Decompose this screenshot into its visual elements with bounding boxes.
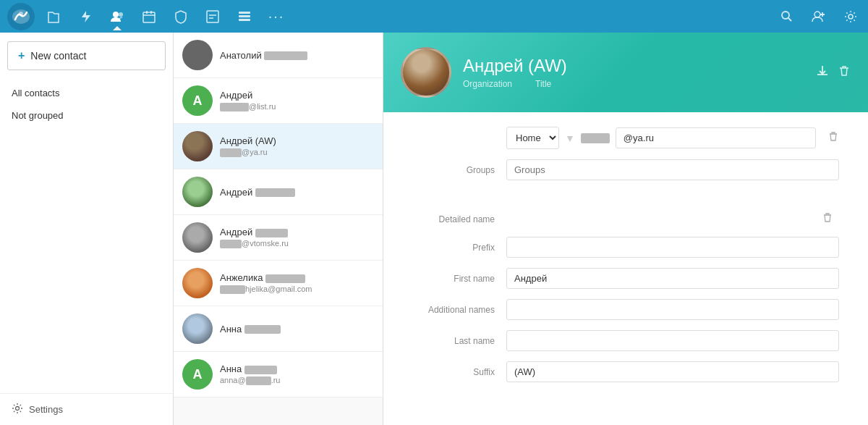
settings-label: Settings xyxy=(29,404,63,415)
contact-list-item[interactable]: Андрей xyxy=(174,169,383,215)
settings-icon[interactable] xyxy=(841,7,861,27)
last-name-input[interactable] xyxy=(506,330,839,351)
contact-info: Анна xyxy=(220,324,374,334)
contact-email: anna@.ru xyxy=(220,376,374,385)
svg-rect-6 xyxy=(239,12,250,14)
contact-name: Андрей (AW) xyxy=(220,135,374,146)
edit-icon[interactable] xyxy=(203,7,223,27)
contact-list-item[interactable]: Анатолий xyxy=(174,33,383,78)
more-icon[interactable]: ··· xyxy=(266,7,286,27)
first-name-label: First name xyxy=(412,274,506,284)
detail-form: Home Work Other ▼ Groups xyxy=(383,112,868,407)
contact-email: @vtomske.ru xyxy=(220,239,374,248)
svg-rect-4 xyxy=(143,12,155,22)
suffix-row: Suffix xyxy=(412,361,839,382)
additional-names-label: Additional names xyxy=(412,305,506,315)
search-icon[interactable] xyxy=(777,7,797,27)
delete-email-button[interactable] xyxy=(827,131,839,146)
contact-avatar: А xyxy=(182,359,213,390)
delete-detailed-name-button[interactable] xyxy=(822,212,833,227)
detail-avatar xyxy=(401,47,451,98)
redacted-name xyxy=(244,325,281,334)
email-input-group: Home Work Other ▼ xyxy=(506,127,839,149)
contact-avatar xyxy=(182,222,213,253)
redacted-email xyxy=(220,103,249,111)
contact-info: Андрей @vtomske.ru xyxy=(220,227,374,248)
contact-info: Анна anna@.ru xyxy=(220,363,374,385)
groups-label: Groups xyxy=(412,165,506,175)
svg-point-11 xyxy=(848,14,853,19)
detail-header-info: Андрей (AW) Organization Title xyxy=(463,56,804,89)
svg-point-10 xyxy=(814,12,820,17)
sidebar-item-not-grouped[interactable]: Not grouped xyxy=(0,104,173,127)
settings-footer-item[interactable]: Settings xyxy=(0,393,173,425)
detail-title-label: Title xyxy=(535,79,551,89)
contact-email: @ya.ru xyxy=(220,148,374,157)
dropdown-arrow-icon: ▼ xyxy=(565,132,575,144)
groups-input[interactable] xyxy=(506,159,839,180)
contact-list-item[interactable]: Анжелика hjelika@gmail.com xyxy=(174,261,383,306)
contact-list-item[interactable]: Анна xyxy=(174,306,383,352)
contacts-icon[interactable] xyxy=(107,7,127,27)
new-contact-label: New contact xyxy=(30,50,86,62)
svg-point-3 xyxy=(119,12,123,17)
additional-names-row: Additional names xyxy=(412,299,839,320)
calendar-icon[interactable] xyxy=(139,7,159,27)
last-name-label: Last name xyxy=(412,336,506,346)
contact-avatar xyxy=(182,177,213,207)
prefix-input[interactable] xyxy=(506,237,839,258)
contact-list: Анатолий А Андрей @list.ru Андрей (AW) @… xyxy=(174,33,383,425)
contact-list-item[interactable]: А Анна anna@.ru xyxy=(174,352,383,397)
redacted-name xyxy=(255,188,295,197)
delete-contact-icon[interactable] xyxy=(838,64,851,80)
detailed-name-section-label: Detailed name xyxy=(412,214,506,224)
detail-contact-name: Андрей (AW) xyxy=(463,56,804,76)
detail-header: Андрей (AW) Organization Title xyxy=(383,33,868,112)
spacer xyxy=(412,190,839,212)
detail-panel: Андрей (AW) Organization Title xyxy=(383,33,868,425)
email-input[interactable] xyxy=(616,127,816,148)
redacted-name xyxy=(255,229,288,237)
redacted-email xyxy=(220,148,242,157)
shield-icon[interactable] xyxy=(171,7,191,27)
contact-name: Анатолий xyxy=(220,50,374,61)
additional-names-input[interactable] xyxy=(506,299,839,320)
suffix-label: Suffix xyxy=(412,367,506,377)
email-type-select[interactable]: Home Work Other xyxy=(506,127,559,149)
add-user-icon[interactable] xyxy=(809,7,829,27)
contact-name: Андрей xyxy=(220,187,374,198)
redacted-domain xyxy=(246,376,271,385)
svg-point-2 xyxy=(113,12,119,17)
contact-avatar xyxy=(182,268,213,298)
redacted-name xyxy=(265,274,305,283)
new-contact-button[interactable]: + New contact xyxy=(7,41,166,70)
contact-email: @list.ru xyxy=(220,102,374,111)
sidebar-item-all-contacts[interactable]: All contacts xyxy=(0,82,173,104)
sidebar: + New contact All contacts Not grouped S… xyxy=(0,33,174,425)
redacted-email xyxy=(220,240,242,248)
app-logo[interactable] xyxy=(7,3,35,30)
lightning-icon[interactable] xyxy=(75,7,95,27)
contact-info: Андрей (AW) @ya.ru xyxy=(220,135,374,157)
contact-list-item-selected[interactable]: Андрей (AW) @ya.ru xyxy=(174,124,383,169)
contact-name: Анжелика xyxy=(220,272,374,283)
svg-point-12 xyxy=(16,407,20,411)
main-layout: + New contact All contacts Not grouped S… xyxy=(0,33,868,425)
suffix-input[interactable] xyxy=(506,361,839,382)
prefix-label: Prefix xyxy=(412,243,506,253)
contact-info: Анатолий xyxy=(220,50,374,61)
contact-list-item[interactable]: Андрей @vtomske.ru xyxy=(174,215,383,261)
svg-point-1 xyxy=(19,12,23,16)
layers-icon[interactable] xyxy=(234,7,255,27)
contact-name: Анна xyxy=(220,363,374,374)
first-name-input[interactable] xyxy=(506,268,839,289)
detail-header-actions xyxy=(816,64,851,80)
files-icon[interactable] xyxy=(43,7,64,27)
download-icon[interactable] xyxy=(816,64,829,80)
contact-avatar xyxy=(182,314,213,344)
redacted-name xyxy=(264,51,307,60)
contact-avatar: А xyxy=(182,85,213,116)
detail-organization-label: Organization xyxy=(463,79,512,89)
contact-list-item[interactable]: А Андрей @list.ru xyxy=(174,78,383,124)
contact-info: Андрей @list.ru xyxy=(220,90,374,111)
